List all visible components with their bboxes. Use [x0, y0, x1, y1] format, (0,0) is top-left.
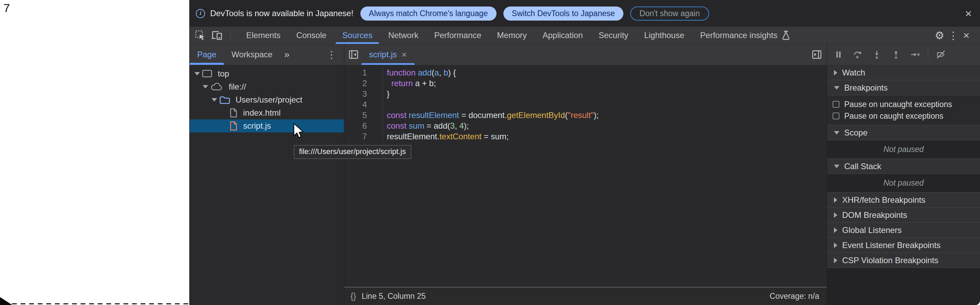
editor-tab-close-icon[interactable]: × [401, 50, 407, 60]
section-header-breakpoints[interactable]: Breakpoints [827, 80, 980, 95]
dont-show-again-button[interactable]: Don't show again [630, 6, 709, 21]
code-editor[interactable]: 1function add(a, b) {2 return a + b;3}45… [344, 65, 827, 287]
navigator-menu-kebab-icon[interactable]: ⋮ [327, 44, 344, 65]
code-line-1[interactable]: 1function add(a, b) { [344, 67, 827, 78]
code-line-3[interactable]: 3} [344, 88, 827, 99]
collapse-arrow-icon[interactable] [834, 164, 839, 168]
devtools-close-icon[interactable]: × [959, 29, 973, 42]
toolbar-right-controls: ⚙ ⋮ × [922, 27, 980, 44]
checkbox-row-pause-on-uncaught-exceptions[interactable]: Pause on uncaught exceptions [827, 99, 980, 110]
toggle-debugger-sidebar-icon[interactable] [811, 44, 827, 65]
expand-arrow-icon[interactable] [834, 212, 837, 218]
tab-label: Console [296, 30, 326, 40]
tab-network[interactable]: Network [380, 27, 426, 44]
more-tabs-chevrons[interactable]: » [280, 44, 294, 65]
line-content [383, 99, 387, 110]
tree-item-label: script.js [243, 121, 271, 131]
tree-item-script-js[interactable]: script.js [189, 120, 344, 133]
editor-tab-script-js[interactable]: script.js × [361, 44, 415, 65]
tab-memory[interactable]: Memory [489, 27, 535, 44]
navigator-tab-workspace[interactable]: Workspace [224, 44, 280, 65]
expand-arrow-icon[interactable] [834, 227, 837, 233]
tab-label: Performance insights [700, 30, 777, 40]
section-header-call-stack[interactable]: Call Stack [827, 159, 980, 174]
tab-performance-insights[interactable]: Performance insights [692, 27, 798, 44]
line-number[interactable]: 7 [344, 131, 383, 142]
line-number[interactable]: 2 [344, 78, 383, 88]
deactivate-breakpoints-icon[interactable] [933, 47, 949, 62]
line-number[interactable]: 6 [344, 120, 383, 131]
code-line-4[interactable]: 4 [344, 99, 827, 110]
line-number[interactable]: 1 [344, 67, 383, 78]
section-label: Breakpoints [844, 83, 888, 93]
tab-sources[interactable]: Sources [334, 27, 380, 44]
step-into-icon[interactable] [869, 47, 885, 62]
line-number[interactable]: 5 [344, 110, 383, 120]
checkbox[interactable] [832, 101, 839, 108]
step-over-icon[interactable] [850, 47, 865, 62]
tree-item-index-html[interactable]: index.html [189, 106, 344, 120]
pause-script-icon[interactable] [830, 47, 846, 62]
expand-arrow-icon[interactable] [194, 72, 200, 75]
screen: 7 i DevTools is now available in Japanes… [0, 0, 980, 305]
tab-performance[interactable]: Performance [426, 27, 489, 44]
section-header-event-listener-breakpoints[interactable]: Event Listener Breakpoints [827, 238, 980, 253]
tab-label: Lighthouse [644, 30, 684, 40]
navigator-tab-page[interactable]: Page [189, 44, 224, 65]
section-header-watch[interactable]: Watch [827, 65, 980, 80]
always-match-language-button[interactable]: Always match Chrome's language [360, 6, 496, 21]
expand-arrow-icon[interactable] [203, 85, 208, 88]
code-line-6[interactable]: 6const sum = add(3, 4); [344, 120, 827, 131]
toggle-navigator-icon[interactable] [348, 44, 359, 65]
section-label: Scope [844, 128, 867, 137]
line-number[interactable]: 3 [344, 88, 383, 99]
checkbox[interactable] [832, 113, 839, 120]
editor-status-bar: {} Line 5, Column 25 Coverage: n/a [344, 287, 827, 305]
not-paused-placeholder: Not paused [827, 141, 980, 159]
section-header-xhr-fetch-breakpoints[interactable]: XHR/fetch Breakpoints [827, 192, 980, 208]
expand-arrow-icon[interactable] [834, 70, 837, 75]
infobar-close-icon[interactable]: × [965, 8, 972, 19]
expand-arrow-icon[interactable] [834, 243, 837, 248]
tab-label: Network [388, 30, 418, 40]
section-header-dom-breakpoints[interactable]: DOM Breakpoints [827, 208, 980, 223]
line-number[interactable]: 4 [344, 99, 383, 110]
collapse-arrow-icon[interactable] [834, 86, 839, 89]
code-line-2[interactable]: 2 return a + b; [344, 78, 827, 88]
step-icon[interactable] [907, 47, 923, 62]
collapse-arrow-icon[interactable] [834, 131, 839, 134]
settings-gear-icon[interactable]: ⚙ [932, 29, 947, 42]
section-header-csp-violation-breakpoints[interactable]: CSP Violation Breakpoints [827, 253, 980, 268]
section-header-global-listeners[interactable]: Global Listeners [827, 223, 980, 238]
page-dashed-line [3, 303, 191, 304]
tab-lighthouse[interactable]: Lighthouse [636, 27, 692, 44]
more-options-kebab-icon[interactable]: ⋮ [947, 29, 959, 42]
tab-security[interactable]: Security [591, 27, 636, 44]
checkbox-row-pause-on-caught-exceptions[interactable]: Pause on caught exceptions [827, 110, 980, 122]
section-header-scope[interactable]: Scope [827, 125, 980, 141]
expand-arrow-icon[interactable] [834, 258, 837, 263]
toolbar-separator [231, 30, 231, 40]
switch-to-japanese-button[interactable]: Switch DevTools to Japanese [503, 6, 624, 21]
tab-elements[interactable]: Elements [238, 27, 288, 44]
tree-item-file[interactable]: file:// [189, 80, 344, 93]
tab-label: Application [542, 30, 582, 40]
tree-item-label: file:// [229, 82, 246, 92]
experiment-flask-icon [781, 30, 791, 40]
code-line-7[interactable]: 7resultElement.textContent = sum; [344, 131, 827, 142]
expand-arrow-icon[interactable] [834, 197, 837, 203]
step-out-icon[interactable] [888, 47, 904, 62]
not-paused-placeholder: Not paused [827, 174, 980, 192]
line-content: return a + b; [383, 78, 436, 88]
inspect-element-icon[interactable] [195, 27, 206, 44]
tree-item-users-user-project[interactable]: Users/user/project [189, 93, 344, 106]
tab-application[interactable]: Application [535, 27, 590, 44]
tree-item-label: index.html [243, 108, 280, 118]
tree-item-top[interactable]: top [189, 67, 344, 80]
code-line-5[interactable]: 5const resultElement = document.getEleme… [344, 110, 827, 120]
tab-console[interactable]: Console [288, 27, 334, 44]
devtools-infobar: i DevTools is now available in Japanese!… [189, 0, 980, 27]
mouse-cursor [293, 123, 304, 139]
expand-arrow-icon[interactable] [212, 98, 217, 102]
device-toolbar-icon[interactable] [211, 27, 222, 44]
